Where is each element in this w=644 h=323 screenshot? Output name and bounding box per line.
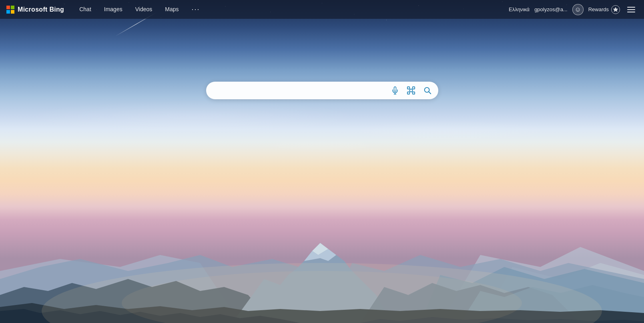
svg-line-25: [429, 92, 431, 94]
voice-search-button[interactable]: [388, 83, 402, 98]
hamburger-line-3: [627, 12, 635, 12]
rewards-button[interactable]: Rewards: [588, 5, 620, 14]
search-container: [206, 82, 438, 99]
brand-name: Microsoft Bing: [18, 6, 64, 13]
visual-search-button[interactable]: [404, 83, 418, 98]
nav-chat[interactable]: Chat: [74, 1, 97, 18]
search-icons: [388, 83, 435, 98]
svg-rect-22: [412, 92, 415, 94]
nav-videos[interactable]: Videos: [130, 1, 158, 18]
hamburger-line-1: [627, 7, 635, 8]
nav-right: Ελληνικά gpolyzos@a... ☺ Rewards: [509, 4, 638, 15]
logo-blue: [6, 10, 10, 14]
logo-red: [6, 6, 10, 9]
nav-maps[interactable]: Maps: [159, 1, 184, 18]
language-selector[interactable]: Ελληνικά: [509, 6, 530, 12]
avatar[interactable]: ☺: [572, 4, 584, 15]
nav-links: Chat Images Videos Maps ···: [74, 0, 509, 18]
logo-green: [11, 6, 14, 9]
hamburger-menu[interactable]: [625, 4, 638, 15]
search-button[interactable]: [420, 83, 435, 98]
nav-images[interactable]: Images: [98, 1, 128, 18]
navbar: Microsoft Bing Chat Images Videos Maps ·…: [0, 0, 644, 19]
svg-rect-21: [407, 92, 409, 94]
nav-more-button[interactable]: ···: [186, 0, 206, 18]
rewards-icon: [611, 5, 620, 14]
search-box: [206, 82, 438, 99]
svg-rect-20: [412, 86, 415, 89]
svg-point-23: [409, 89, 412, 92]
search-input[interactable]: [214, 82, 388, 99]
hamburger-line-2: [627, 9, 635, 10]
mountain-background: [0, 143, 644, 323]
user-account[interactable]: gpolyzos@a...: [534, 6, 568, 12]
logo-yellow: [11, 10, 14, 14]
microsoft-logo-icon: [6, 6, 14, 14]
svg-rect-19: [407, 86, 409, 89]
avatar-icon: ☺: [575, 6, 581, 13]
logo-area[interactable]: Microsoft Bing: [6, 6, 64, 14]
rewards-label: Rewards: [588, 6, 609, 12]
